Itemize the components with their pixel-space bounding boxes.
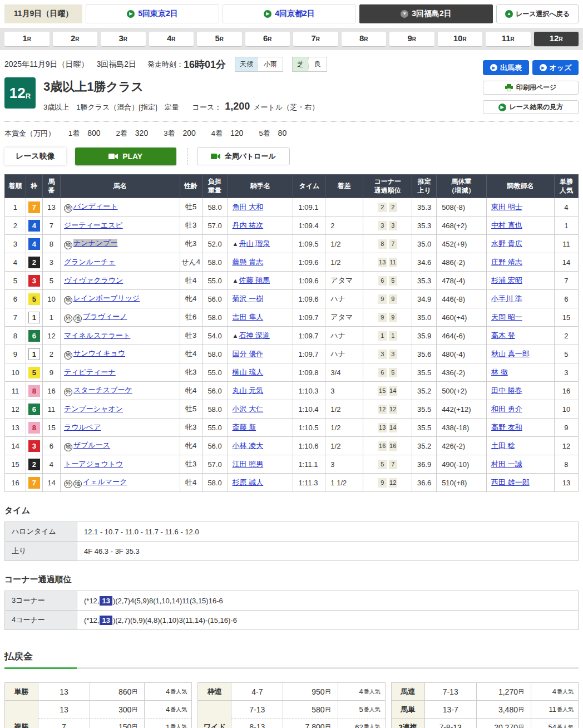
- trainer-link[interactable]: 秋山 真一郎: [491, 350, 530, 358]
- trainer-link[interactable]: 杉浦 宏昭: [491, 276, 522, 284]
- shutsuba-button[interactable]: ▶ 出馬表: [483, 60, 529, 75]
- race-tab-9r[interactable]: 9R: [389, 32, 434, 46]
- jockey-link[interactable]: 丹内 祐次: [233, 221, 264, 229]
- jockey-cell: ▲石神 深道: [228, 327, 293, 345]
- patrol-video-button[interactable]: 全周パトロール: [197, 147, 290, 165]
- race-tab-3r[interactable]: 3R: [101, 32, 146, 46]
- horse-name-link[interactable]: テンプーシャオン: [64, 405, 123, 413]
- odds-button[interactable]: ▶ オッズ: [532, 60, 579, 75]
- venue-tab[interactable]: ▼3回福島2日: [359, 4, 493, 23]
- jockey-link[interactable]: 横山 琉人: [233, 368, 264, 376]
- trainer-link[interactable]: 水野 貴広: [491, 239, 522, 248]
- horse-name-link[interactable]: レインボーブリッジ: [73, 294, 140, 302]
- win-popularity: 1: [554, 217, 578, 235]
- race-tab-10r[interactable]: 10R: [438, 32, 483, 46]
- horse-name-link[interactable]: ティピティーナ: [64, 368, 116, 376]
- finish-time: 1:09.7: [293, 345, 325, 363]
- trainer-cell: 東田 明士: [487, 198, 555, 217]
- results-header-row: 着順枠馬 番馬名性齢負担 重量騎手名タイム着差コーナー 通過順位推定 上り馬体重…: [5, 175, 579, 198]
- race-tab-suffix: R: [220, 36, 224, 42]
- corner4-pre: (*12,: [84, 616, 99, 624]
- trainer-link[interactable]: 田中 勝春: [491, 386, 522, 395]
- trainer-link[interactable]: 天間 昭一: [491, 313, 522, 321]
- race-tab-1r[interactable]: 1R: [4, 32, 50, 46]
- payout-popularity: 4番人気: [338, 683, 385, 700]
- race-conditions-text: 3歳以上 1勝クラス（混合）[指定] 定量: [43, 102, 179, 112]
- trainer-link[interactable]: 庄野 靖志: [491, 258, 522, 266]
- jockey-link[interactable]: 小沢 大仁: [233, 405, 264, 413]
- horse-name-link[interactable]: ラウルベア: [64, 423, 101, 431]
- jockey-link[interactable]: 藤懸 貴志: [233, 258, 264, 266]
- race-tab-5r[interactable]: 5R: [197, 32, 242, 46]
- jockey-link[interactable]: 角田 大和: [233, 203, 264, 211]
- trainer-link[interactable]: 小手川 準: [491, 294, 522, 303]
- horse-name-link[interactable]: ナンナンプー: [73, 239, 118, 247]
- payout-rows: 7-13580円5番人気8-137,800円62番人気7-81,830円19番人…: [231, 701, 384, 728]
- horse-name-link[interactable]: トーアジョウトウ: [64, 460, 123, 468]
- race-tab-4r[interactable]: 4R: [149, 32, 194, 46]
- corner-position-box: 14: [389, 386, 397, 396]
- race-tab-8r[interactable]: 8R: [342, 32, 387, 46]
- trainer-cell: 水野 貴広: [487, 235, 555, 253]
- trainer-link[interactable]: 高木 登: [491, 331, 515, 340]
- frame-number-badge: 6: [28, 404, 40, 415]
- trainer-link[interactable]: 林 徹: [491, 368, 508, 376]
- trainer-link[interactable]: 和田 勇介: [491, 405, 522, 413]
- bet-combination: 7-13: [231, 701, 283, 718]
- jockey-link[interactable]: 斎藤 新: [233, 423, 256, 431]
- result-guide-button[interactable]: ▶ レース結果の見方: [483, 100, 579, 114]
- trainer-link[interactable]: 西田 雄一郎: [491, 478, 530, 486]
- race-tab-6r[interactable]: 6R: [245, 32, 290, 46]
- corner-position-box: 9: [389, 313, 397, 322]
- jockey-link[interactable]: 小林 凌大: [233, 441, 264, 450]
- apprentice-mark-icon: ▲: [233, 332, 239, 339]
- venue-tab[interactable]: ▶4回京都2日: [223, 4, 356, 23]
- horse-name-link[interactable]: サンウイキョウ: [73, 349, 125, 357]
- trainer-link[interactable]: 東田 明士: [491, 203, 522, 211]
- race-tab-12r[interactable]: 12R: [534, 32, 579, 46]
- jockey-link[interactable]: 石神 深道: [239, 331, 270, 340]
- horse-name-link[interactable]: バンディート: [73, 202, 118, 210]
- race-tab-7r[interactable]: 7R: [293, 32, 338, 46]
- payout-rows: 13300円4番人気7150円1番人気8840円10番人気: [38, 701, 191, 728]
- payout-table-right: 馬連7-131,270円4番人気馬単13-73,480円11番人気3連複7-8-…: [391, 682, 579, 728]
- horse-name-link[interactable]: グランルーチェ: [64, 258, 116, 266]
- trainer-link[interactable]: 高野 友和: [491, 423, 522, 431]
- horse-mark-icon: 地: [64, 443, 72, 451]
- horse-name-link[interactable]: ジーティーエスピ: [64, 221, 123, 229]
- trainer-link[interactable]: 土田 稔: [491, 441, 515, 450]
- horse-name-link[interactable]: スターチスブーケ: [73, 386, 132, 394]
- jockey-link[interactable]: 国分 優作: [233, 350, 264, 358]
- horse-name-link[interactable]: ヴィヴァクラウン: [64, 276, 123, 284]
- jockey-link[interactable]: 佐藤 翔馬: [239, 276, 270, 284]
- jockey-link[interactable]: 丸山 元気: [233, 386, 264, 395]
- jockey-link[interactable]: 江田 照男: [233, 460, 264, 468]
- corner-position-box: 9: [378, 294, 387, 304]
- trainer-link[interactable]: 中村 直也: [491, 221, 522, 229]
- race-tab-11r[interactable]: 11R: [486, 32, 531, 46]
- race-tab-2r[interactable]: 2R: [53, 32, 98, 46]
- horse-name-link[interactable]: マイネルステラート: [64, 331, 130, 340]
- print-page-button[interactable]: 印刷用ページ: [483, 81, 579, 95]
- result-row: 711外地ブラヴィーノ牡658.0吉田 隼人1:09.7アタマ9935.0460…: [5, 308, 579, 327]
- margin: 2: [325, 217, 363, 235]
- jockey-link[interactable]: 吉田 隼人: [233, 313, 264, 321]
- jockey-link[interactable]: 舟山 瑠泉: [239, 239, 270, 248]
- corner-position-box: 12: [378, 405, 387, 414]
- horse-name-link[interactable]: ブラヴィーノ: [83, 312, 127, 321]
- race-tab-suffix: R: [316, 36, 320, 42]
- trainer-link[interactable]: 村田 一誠: [491, 460, 522, 468]
- venue-tab[interactable]: ▶5回東京2日: [86, 4, 219, 23]
- frame-number-badge: 3: [28, 440, 40, 452]
- win-popularity: 7: [554, 272, 578, 290]
- play-button[interactable]: PLAY: [75, 147, 176, 165]
- table-row: 上り 4F 46.3 - 3F 35.3: [5, 542, 579, 561]
- back-to-race-select-button[interactable]: ▲ レース選択へ戻る: [496, 4, 579, 23]
- jockey-link[interactable]: 菊沢 一樹: [233, 294, 264, 303]
- horse-name-link[interactable]: イェルマーク: [83, 478, 127, 486]
- course-distance: 1,200: [225, 101, 250, 112]
- horse-number: 1: [42, 308, 60, 327]
- horse-name-link[interactable]: ザブルース: [73, 441, 110, 449]
- jockey-link[interactable]: 杉原 誠人: [233, 478, 264, 486]
- track-condition-badge: 芝 良: [292, 57, 327, 72]
